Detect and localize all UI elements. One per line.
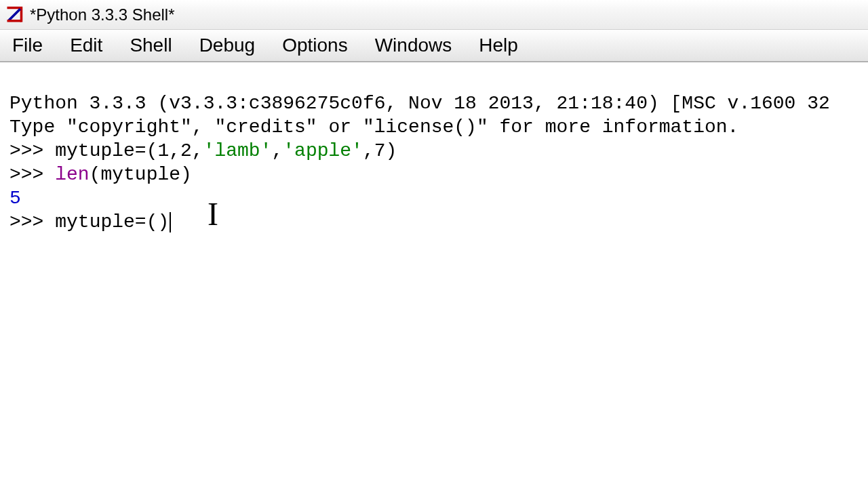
output-value: 5 (9, 188, 21, 209)
text-caret (170, 212, 171, 232)
prompt: >>> (9, 140, 55, 161)
banner-line-2: Type "copyright", "credits" or "license(… (9, 117, 738, 138)
menubar: File Edit Shell Debug Options Windows He… (0, 30, 868, 62)
svg-rect-0 (7, 20, 22, 22)
code-text: mytuple=(1,2, (55, 140, 203, 161)
console-area[interactable]: Python 3.3.3 (v3.3.3:c3896275c0f6, Nov 1… (0, 62, 868, 263)
menu-help[interactable]: Help (475, 32, 522, 59)
string-literal: 'apple' (283, 140, 363, 161)
menu-debug[interactable]: Debug (195, 32, 260, 59)
ibeam-cursor-icon: I (208, 198, 218, 230)
code-text: mytuple=() (55, 211, 169, 232)
prompt: >>> (9, 164, 55, 185)
menu-file[interactable]: File (8, 32, 47, 59)
code-text: , (271, 140, 283, 161)
menu-shell[interactable]: Shell (125, 32, 176, 59)
window-title: *Python 3.3.3 Shell* (30, 5, 174, 24)
app-icon (4, 5, 24, 25)
menu-options[interactable]: Options (278, 32, 352, 59)
prompt: >>> (9, 211, 55, 232)
menu-edit[interactable]: Edit (66, 32, 106, 59)
string-literal: 'lamb' (203, 140, 272, 161)
builtin-name: len (55, 164, 89, 185)
code-text: (mytuple) (90, 164, 192, 185)
code-text: ,7) (363, 140, 397, 161)
banner-line-1: Python 3.3.3 (v3.3.3:c3896275c0f6, Nov 1… (9, 93, 830, 114)
titlebar: *Python 3.3.3 Shell* (0, 0, 868, 30)
menu-windows[interactable]: Windows (371, 32, 456, 59)
